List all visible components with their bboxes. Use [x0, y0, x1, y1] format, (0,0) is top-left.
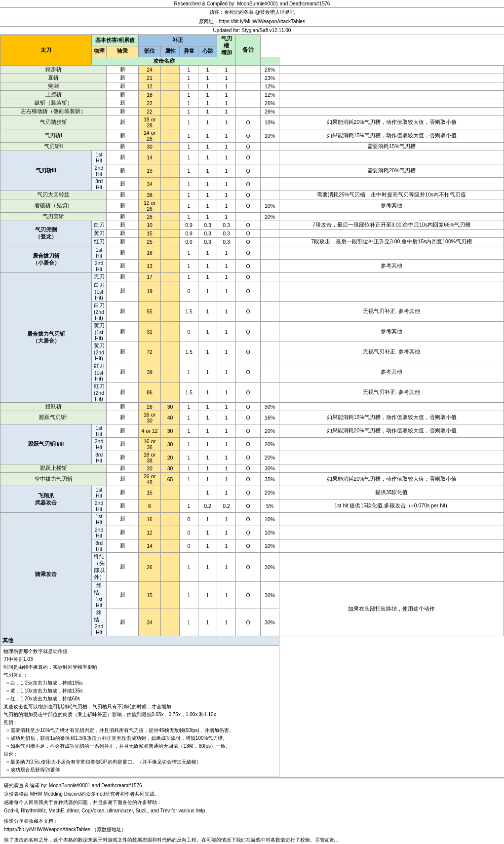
attr: 0.2	[198, 499, 217, 513]
spirit: 26%	[261, 66, 279, 74]
sub-attack: 1st Hit	[92, 424, 107, 438]
mount	[161, 383, 180, 403]
abn: 1	[217, 322, 236, 342]
mount	[161, 213, 180, 221]
phys: 26	[139, 553, 161, 582]
sub-attack: 2nd Hit	[92, 499, 107, 513]
footer-line-5: 快速分享和收藏本文档：	[4, 817, 500, 825]
abn: 1	[217, 74, 236, 82]
part: 1	[180, 260, 198, 273]
attr: 1	[198, 143, 217, 151]
attr-header: 属性	[161, 46, 180, 57]
stag: O	[236, 273, 261, 281]
type: 新	[107, 424, 139, 438]
table-row: 上捞斩 新 18 1 1 1 12%	[0, 91, 504, 99]
type: 新	[107, 411, 139, 424]
spirit	[261, 362, 279, 383]
sub-attack: 1st Hit	[92, 486, 107, 499]
type: 新	[107, 129, 139, 143]
other-content: 物理伤害那个数字就是动作值 刀中补正1.03 时间是由帧率换算的，实际时间受帧率…	[0, 646, 279, 776]
spirit: 30%	[261, 609, 279, 636]
phys: 14	[139, 151, 161, 164]
mount	[161, 499, 180, 513]
phys: 38	[139, 191, 161, 199]
attr: 1	[198, 74, 217, 82]
stag	[236, 82, 261, 91]
spirit: 20%	[261, 438, 279, 451]
type: 新	[107, 383, 139, 403]
table-row: 看破斩（见切） 新 12 or 26 1 1 1 O 10% 参考其他	[0, 199, 504, 213]
attack-name: 突刺	[0, 82, 107, 91]
notes	[279, 178, 504, 191]
stag: O	[236, 143, 261, 151]
group-label: 居合拔刀斩（小居合）	[0, 246, 92, 273]
part: 1	[180, 438, 198, 451]
stag: O	[236, 129, 261, 143]
spirit	[261, 302, 279, 322]
spirit: 12%	[261, 82, 279, 91]
attack-name: 左右移动斩（侧向装装斩）	[0, 108, 107, 116]
type: 新	[107, 108, 139, 116]
notes	[279, 230, 504, 238]
header-credit: Researched & Compiled by: MoonBunnie#000…	[0, 0, 504, 8]
type: 新	[107, 609, 139, 636]
attr: 1	[198, 383, 217, 403]
notes: 无视气刃补正. 参考其他	[279, 342, 504, 362]
phys: 55	[139, 302, 161, 322]
abn: 1	[217, 273, 236, 281]
stag: O	[236, 486, 261, 499]
spirit: 20%	[261, 451, 279, 464]
attack-name: 踏步斩	[0, 66, 107, 74]
phys: 15	[139, 230, 161, 238]
attack-name: 气刃踏步斩	[0, 116, 107, 129]
table-row: 左右移动斩（侧向装装斩） 新 22 1 1 1 26%	[0, 108, 504, 116]
part: 1	[180, 451, 198, 464]
attack-name: 空中拔力气刃斩	[0, 473, 107, 486]
stag: O	[236, 403, 261, 411]
type: 新	[107, 164, 139, 178]
mount: 30	[161, 403, 180, 411]
spirit: 16%	[261, 411, 279, 424]
mount	[161, 553, 180, 582]
attr: 1	[198, 486, 217, 499]
abn: 1	[217, 302, 236, 322]
abn: 0.3	[217, 221, 236, 230]
type: 新	[107, 553, 139, 582]
stag: O	[236, 553, 261, 582]
sub-attack: 1st Hit	[92, 151, 107, 164]
part: 1.5	[180, 383, 198, 403]
phys: 22	[139, 108, 161, 116]
stag: O	[236, 199, 261, 213]
part: 1.5	[180, 342, 198, 362]
mount	[161, 486, 180, 499]
phys: 15	[139, 582, 161, 609]
phys: 4 or 12	[139, 424, 161, 438]
spirit	[261, 238, 279, 246]
phys: 18	[139, 246, 161, 260]
attr: 1	[198, 191, 217, 199]
mount	[161, 66, 180, 74]
sub-attack: 白刀	[92, 221, 107, 230]
attr: 1	[198, 513, 217, 526]
part: 1	[180, 553, 198, 582]
phys-header: 物理	[92, 46, 107, 57]
stag: O	[236, 464, 261, 473]
part: 0.9	[180, 230, 198, 238]
attr: 0.3	[198, 221, 217, 230]
phys: 34	[139, 609, 161, 636]
mount: 30	[161, 424, 180, 438]
abn: 1	[217, 451, 236, 464]
sub-attack: 3rd Hit	[92, 451, 107, 464]
mount	[161, 221, 180, 230]
phys: 26	[139, 213, 161, 221]
attr: 1	[198, 464, 217, 473]
footer-line-1: 研究调查 & 编译 by: MoonBunnie#0001 and Deathc…	[4, 781, 500, 790]
abn: 1	[217, 526, 236, 539]
mount	[161, 582, 180, 609]
stag	[236, 108, 261, 116]
spirit: 10%	[261, 513, 279, 526]
abn: 1	[217, 553, 236, 582]
part: 1	[180, 74, 198, 82]
stag: O	[236, 238, 261, 246]
mount	[161, 609, 180, 636]
